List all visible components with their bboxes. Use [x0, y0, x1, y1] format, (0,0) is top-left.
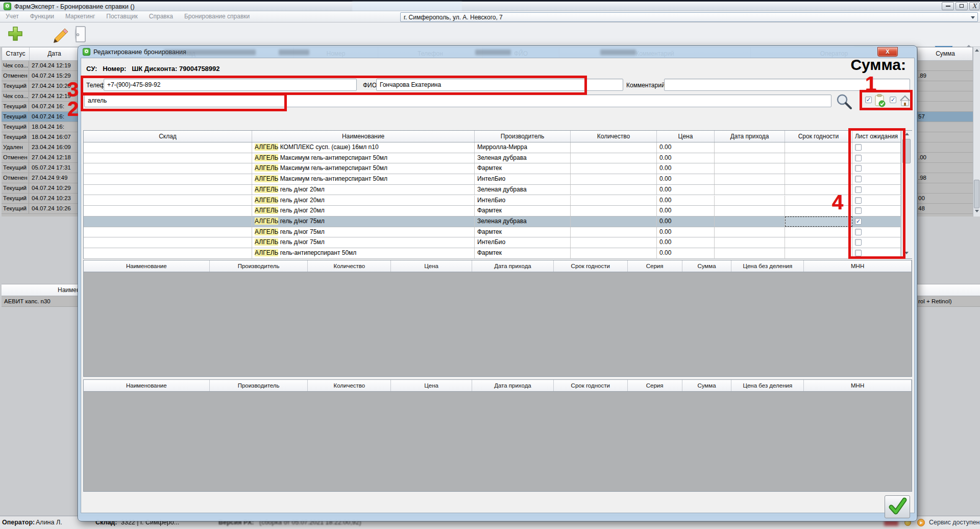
column-header-Цена[interactable]: Цена	[391, 260, 472, 272]
column-header-Производитель[interactable]: Производитель	[475, 131, 571, 142]
scroll-down-icon[interactable]	[975, 210, 979, 212]
product-row[interactable]: АЛГЕЛЬ гель д/ног 20млФармтек0.00	[84, 206, 901, 217]
product-row[interactable]: АЛГЕЛЬ КОМПЛЕКС сусп. (саше) 16мл n10Мир…	[84, 142, 901, 153]
column-header-Дата прихода[interactable]: Дата прихода	[472, 380, 554, 391]
column-header-Серия[interactable]: Серия	[628, 380, 682, 391]
search-match-highlight: АЛГЕЛЬ	[255, 238, 278, 246]
product-row[interactable]: АЛГЕЛЬ гель д/ног 20млИнтелБио0.00	[84, 196, 901, 206]
column-header-Цена[interactable]: Цена	[391, 380, 472, 391]
table-row[interactable]: Текущий18.04.24 16:	[2, 122, 79, 132]
maximize-button[interactable]	[955, 2, 968, 10]
manufacturer-cell: Мирролла-Мирра	[475, 142, 571, 153]
column-header-Производитель[interactable]: Производитель	[210, 380, 308, 391]
column-header-Дата прихода[interactable]: Дата прихода	[472, 260, 554, 272]
column-header-Наименование[interactable]: Наименование	[84, 260, 210, 272]
main-table-sum-column: .8957.00.980048	[917, 61, 973, 214]
column-header-Производитель[interactable]: Производитель	[210, 260, 308, 272]
column-header-Срок годности[interactable]: Срок годности	[554, 380, 628, 391]
minimize-button[interactable]	[942, 2, 954, 10]
column-header-Серия[interactable]: Серия	[628, 260, 682, 272]
table-row[interactable]: Удален23.04.24 16:09	[2, 142, 79, 153]
search-icon[interactable]	[835, 92, 853, 110]
glass-blur-artifact	[164, 50, 256, 55]
products-table-header: СкладНаименованиеПроизводительКоличество…	[84, 131, 901, 142]
close-button[interactable]: X	[969, 2, 979, 10]
qty-cell	[571, 217, 657, 227]
product-row[interactable]: АЛГЕЛЬ Максимум гель-антиперспирант 50мл…	[84, 163, 901, 174]
app-window: ФармЭксперт - Бронирование справки () X …	[0, 0, 980, 529]
table-row[interactable]: Текущий04.07.24 10:26	[2, 204, 79, 214]
warehouse-cell	[84, 206, 252, 216]
qty-cell	[571, 227, 657, 237]
name-cell: АЛГЕЛЬ гель д/ног 20мл	[252, 206, 475, 216]
column-header-Срок годности[interactable]: Срок годности	[554, 260, 628, 272]
menu-item-Поставщик[interactable]: Поставщик	[101, 11, 143, 22]
column-header-Срок годности[interactable]: Срок годности	[785, 131, 852, 142]
column-header-МНН[interactable]: МНН	[804, 380, 912, 391]
column-header-Цена[interactable]: Цена	[657, 131, 715, 142]
expiry-cell	[785, 174, 852, 184]
sum-cell	[917, 142, 973, 153]
edit-booking-dialog: Редактирование бронирования X СУ: Номер:…	[78, 45, 917, 521]
table-row[interactable]: Текущий04.07.24 10:23	[2, 194, 79, 204]
add-icon[interactable]	[7, 26, 23, 43]
menu-item-Бронирование справки[interactable]: Бронирование справки	[179, 11, 255, 22]
confirm-button[interactable]	[885, 495, 910, 518]
column-header-Количество[interactable]: Количество	[308, 380, 391, 391]
search-match-highlight: АЛГЕЛЬ	[255, 143, 278, 151]
column-header-Наименование[interactable]: Наименование	[252, 131, 475, 142]
column-header-Сумма[interactable]: Сумма	[918, 47, 973, 60]
column-header-Количество[interactable]: Количество	[308, 260, 391, 272]
product-row[interactable]: АЛГЕЛЬ гель д/ног 75млЗеленая дубрава0.0…	[84, 217, 901, 227]
menu-item-Учет[interactable]: Учет	[0, 11, 24, 22]
sum-cell	[917, 81, 973, 91]
search-match-highlight: АЛГЕЛЬ	[255, 197, 278, 204]
column-header-Дата прихода[interactable]: Дата прихода	[715, 131, 785, 142]
column-header-Цена без деления[interactable]: Цена без деления	[731, 380, 804, 391]
column-header-Дата[interactable]: Дата	[30, 47, 80, 60]
table-row[interactable]: Текущий05.07.24 17:31	[2, 163, 79, 173]
address-combobox[interactable]: г. Симферополь, ул. А. Невского, 7	[400, 12, 978, 22]
table-row[interactable]: Отменен27.04.24 12:18	[2, 153, 79, 163]
products-table-body: АЛГЕЛЬ КОМПЛЕКС сусп. (саше) 16мл n10Мир…	[84, 142, 901, 259]
qty-cell	[571, 248, 657, 258]
product-row[interactable]: АЛГЕЛЬ Максимум гель-антиперспирант 50мл…	[84, 174, 901, 185]
column-header-Количество[interactable]: Количество	[571, 131, 657, 142]
search-match-highlight: АЛГЕЛЬ	[255, 164, 278, 172]
menu-item-Справка[interactable]: Справка	[143, 11, 179, 22]
table-row[interactable]: Текущий18.04.24 16:07	[2, 132, 79, 142]
product-row[interactable]: АЛГЕЛЬ гель д/ног 20млЗеленая дубрава0.0…	[84, 185, 901, 196]
app-icon	[4, 3, 11, 10]
dialog-close-button[interactable]: X	[877, 47, 898, 57]
main-table-scrollbar[interactable]	[973, 47, 980, 217]
table-row[interactable]: Отменен27.04.24 9:49	[2, 173, 79, 183]
lower-panel-item[interactable]: АЕВИТ капс. n30	[2, 296, 78, 307]
status-cell: Текущий	[2, 183, 29, 193]
column-header-Наименование[interactable]: Наименование	[84, 380, 210, 391]
annotation-box-4	[848, 128, 905, 259]
menu-item-Маркетинг[interactable]: Маркетинг	[60, 11, 101, 22]
product-row[interactable]: АЛГЕЛЬ Максимум гель-антиперспирант 50мл…	[84, 153, 901, 164]
manufacturer-cell: ИнтелБио	[475, 174, 571, 184]
table-row[interactable]: Текущий04.07.24 10:29	[2, 183, 79, 194]
date-cell: 27.04.24 9:49	[30, 173, 79, 183]
column-header-Склад[interactable]: Склад	[84, 131, 252, 142]
menu-item-Функции[interactable]: Функции	[24, 11, 60, 22]
table-row[interactable]: Чек соз...27.04.24 12:19	[2, 61, 79, 71]
glass-blur-artifact	[475, 50, 511, 55]
column-header-Сумма[interactable]: Сумма	[682, 380, 732, 391]
product-row[interactable]: АЛГЕЛЬ гель д/ног 75млИнтелБио0.00	[84, 237, 901, 248]
column-header-Цена без деления[interactable]: Цена без деления	[731, 260, 804, 272]
date-cell: 18.04.24 16:07	[30, 132, 79, 142]
document-icon[interactable]	[73, 25, 87, 43]
product-row[interactable]: АЛГЕЛЬ гель д/ног 75млФармтек0.00	[84, 227, 901, 238]
edit-pencil-icon[interactable]	[51, 25, 69, 43]
product-row[interactable]: АЛГЕЛЬ гель-антиперспирант 50млФармтек0.…	[84, 248, 901, 259]
qty-cell	[571, 206, 657, 216]
column-header-Сумма[interactable]: Сумма	[682, 260, 732, 272]
scrollbar-thumb[interactable]	[974, 180, 979, 208]
column-header-МНН[interactable]: МНН	[804, 260, 912, 272]
scroll-up-icon[interactable]	[975, 49, 979, 52]
column-header-Статус[interactable]: Статус	[2, 47, 30, 60]
window-title: ФармЭксперт - Бронирование справки ()	[14, 3, 135, 11]
